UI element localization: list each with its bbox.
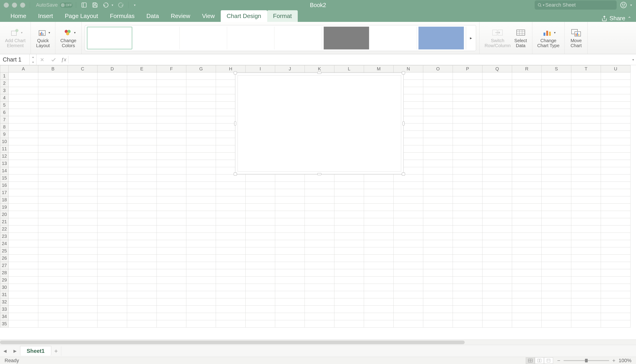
cell-K30[interactable]: [305, 284, 334, 291]
tab-data[interactable]: Data: [140, 10, 165, 22]
cell-A28[interactable]: [9, 269, 38, 276]
cell-B6[interactable]: [38, 109, 68, 116]
cell-S7[interactable]: [542, 116, 571, 124]
add-sheet-button[interactable]: ＋: [51, 346, 61, 356]
cell-H21[interactable]: [216, 218, 246, 226]
cell-C4[interactable]: [68, 94, 98, 102]
cell-Q26[interactable]: [482, 255, 512, 262]
quick-layout-button[interactable]: ▾ Quick Layout: [34, 28, 52, 48]
redo-icon[interactable]: [117, 2, 124, 8]
cell-E23[interactable]: [127, 233, 157, 240]
cell-O1[interactable]: [423, 72, 453, 80]
cell-K24[interactable]: [305, 240, 334, 247]
tab-insert[interactable]: Insert: [32, 10, 59, 22]
cell-M33[interactable]: [364, 306, 394, 313]
cell-C6[interactable]: [68, 109, 98, 116]
cell-P15[interactable]: [453, 174, 482, 182]
cell-N16[interactable]: [394, 182, 423, 189]
cell-H20[interactable]: [216, 211, 246, 218]
cell-E35[interactable]: [127, 320, 157, 328]
cell-C34[interactable]: [68, 313, 98, 320]
cell-O29[interactable]: [423, 276, 453, 284]
row-header-14[interactable]: 14: [0, 167, 9, 174]
cell-U28[interactable]: [601, 269, 630, 276]
cell-T5[interactable]: [571, 102, 601, 109]
cell-S15[interactable]: [542, 174, 571, 182]
row-header-15[interactable]: 15: [0, 174, 9, 182]
cell-Q3[interactable]: [482, 87, 512, 94]
cell-G5[interactable]: [186, 102, 216, 109]
cell-A24[interactable]: [9, 240, 38, 247]
cell-T16[interactable]: [571, 182, 601, 189]
cell-K26[interactable]: [305, 255, 334, 262]
cell-T4[interactable]: [571, 94, 601, 102]
cell-K19[interactable]: [305, 204, 334, 211]
cell-G20[interactable]: [186, 211, 216, 218]
cell-F15[interactable]: [157, 174, 186, 182]
cell-S28[interactable]: [542, 269, 571, 276]
cell-Q10[interactable]: [482, 138, 512, 145]
add-chart-element-button[interactable]: + ▾ Add Chart Element: [3, 28, 27, 48]
cell-H18[interactable]: [216, 196, 246, 204]
cell-L23[interactable]: [334, 233, 364, 240]
row-header-31[interactable]: 31: [0, 291, 9, 298]
cell-S14[interactable]: [542, 167, 571, 174]
column-header-K[interactable]: K: [305, 65, 334, 72]
cell-S1[interactable]: [542, 72, 571, 80]
cell-C27[interactable]: [68, 262, 98, 269]
view-page-layout-button[interactable]: [535, 358, 544, 364]
cell-F18[interactable]: [157, 196, 186, 204]
column-header-E[interactable]: E: [127, 65, 157, 72]
cell-J29[interactable]: [275, 276, 305, 284]
cell-I16[interactable]: [246, 182, 275, 189]
tab-format[interactable]: Format: [267, 10, 298, 22]
cell-H17[interactable]: [216, 189, 246, 196]
cell-I19[interactable]: [246, 204, 275, 211]
chevron-up-icon[interactable]: ▴: [30, 54, 36, 60]
cell-M35[interactable]: [364, 320, 394, 328]
cell-F5[interactable]: [157, 102, 186, 109]
cell-N33[interactable]: [394, 306, 423, 313]
cell-R10[interactable]: [512, 138, 542, 145]
cell-M24[interactable]: [364, 240, 394, 247]
cell-U26[interactable]: [601, 255, 630, 262]
collapse-ribbon-button[interactable]: ⌃: [628, 16, 632, 21]
cell-R19[interactable]: [512, 204, 542, 211]
cell-I35[interactable]: [246, 320, 275, 328]
cell-F28[interactable]: [157, 269, 186, 276]
row-header-27[interactable]: 27: [0, 262, 9, 269]
cell-N20[interactable]: [394, 211, 423, 218]
cell-C18[interactable]: [68, 196, 98, 204]
tab-chart-design[interactable]: Chart Design: [221, 10, 267, 22]
row-header-17[interactable]: 17: [0, 189, 9, 196]
cell-C7[interactable]: [68, 116, 98, 124]
cell-U32[interactable]: [601, 298, 630, 306]
cell-R32[interactable]: [512, 298, 542, 306]
cell-S29[interactable]: [542, 276, 571, 284]
cell-A32[interactable]: [9, 298, 38, 306]
row-header-30[interactable]: 30: [0, 284, 9, 291]
cell-P16[interactable]: [453, 182, 482, 189]
cell-B24[interactable]: [38, 240, 68, 247]
cell-H28[interactable]: [216, 269, 246, 276]
resize-handle-top-right[interactable]: [402, 71, 405, 74]
column-header-P[interactable]: P: [453, 65, 482, 72]
cell-M25[interactable]: [364, 247, 394, 255]
cell-A14[interactable]: [9, 167, 38, 174]
cell-M27[interactable]: [364, 262, 394, 269]
name-box-spinner[interactable]: ▴▾: [30, 54, 36, 65]
row-header-19[interactable]: 19: [0, 204, 9, 211]
template-icon[interactable]: [81, 2, 88, 8]
cell-Q31[interactable]: [482, 291, 512, 298]
cell-F25[interactable]: [157, 247, 186, 255]
cell-J22[interactable]: [275, 226, 305, 233]
cell-K27[interactable]: [305, 262, 334, 269]
cell-L32[interactable]: [334, 298, 364, 306]
cell-G18[interactable]: [186, 196, 216, 204]
cell-L17[interactable]: [334, 189, 364, 196]
name-box[interactable]: Chart 1: [0, 54, 30, 65]
column-header-G[interactable]: G: [186, 65, 216, 72]
row-header-2[interactable]: 2: [0, 80, 9, 87]
cell-P3[interactable]: [453, 87, 482, 94]
cell-B13[interactable]: [38, 160, 68, 167]
